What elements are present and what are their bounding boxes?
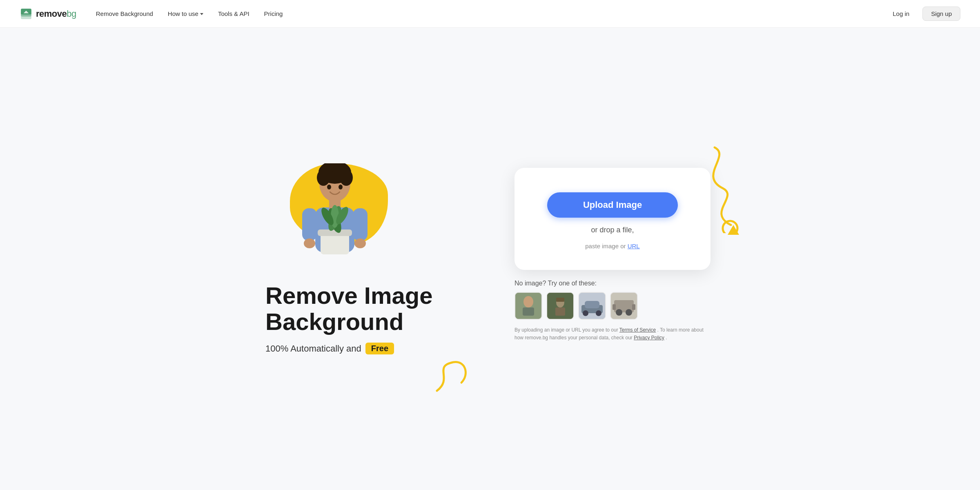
sample-image-1[interactable]	[514, 292, 542, 320]
svg-point-38	[596, 310, 601, 316]
svg-point-24	[339, 185, 343, 189]
nav-links: Remove Background How to use Tools & API…	[96, 10, 886, 17]
nav-pricing[interactable]: Pricing	[264, 10, 283, 17]
upload-image-button[interactable]: Upload Image	[547, 192, 678, 218]
sample-label: No image? Try one of these:	[514, 280, 710, 287]
nav-tools-api[interactable]: Tools & API	[218, 10, 249, 17]
squiggle-decoration-bottom-left	[429, 358, 478, 399]
hero-subtext: 100% Automatically and Free	[265, 343, 478, 354]
svg-rect-13	[353, 208, 368, 241]
svg-point-43	[616, 309, 622, 316]
logo-icon	[20, 7, 33, 20]
sample-image-4[interactable]	[610, 292, 638, 320]
how-to-use-chevron-icon	[200, 13, 203, 15]
svg-rect-32	[555, 307, 565, 316]
hero-person-image	[298, 163, 372, 270]
svg-point-44	[626, 309, 632, 316]
sample-images-row	[514, 292, 710, 320]
svg-rect-41	[612, 304, 616, 310]
hero-heading: Remove Image Background	[265, 283, 478, 335]
paste-text: paste image or URL	[585, 243, 639, 249]
svg-point-14	[304, 238, 315, 248]
nav-remove-background[interactable]: Remove Background	[96, 10, 153, 17]
url-link[interactable]: URL	[628, 243, 640, 249]
logo-text: removebg	[36, 9, 76, 19]
svg-point-23	[327, 185, 331, 189]
terms-of-service-link[interactable]: Terms of Service	[619, 327, 656, 333]
triangle-decoration	[728, 225, 739, 236]
signup-button[interactable]: Sign up	[922, 7, 960, 21]
svg-point-37	[583, 310, 588, 316]
svg-point-9	[332, 165, 345, 175]
svg-point-15	[354, 238, 366, 248]
svg-point-25	[723, 221, 737, 233]
sample-area: No image? Try one of these:	[514, 280, 710, 320]
free-badge: Free	[365, 343, 394, 354]
nav-auth: Log in Sign up	[886, 7, 960, 21]
svg-point-28	[523, 296, 533, 307]
upload-card: Upload Image or drop a file, paste image…	[514, 168, 710, 270]
sample-image-3[interactable]	[578, 292, 606, 320]
svg-marker-26	[728, 225, 739, 235]
login-button[interactable]: Log in	[886, 7, 916, 20]
drop-text: or drop a file,	[591, 226, 634, 234]
terms-text: By uploading an image or URL you agree t…	[514, 326, 710, 342]
logo-link[interactable]: removebg	[20, 7, 76, 20]
nav-how-to-use[interactable]: How to use	[168, 10, 203, 17]
navbar: removebg Remove Background How to use To…	[0, 0, 980, 28]
sample-image-2[interactable]	[546, 292, 574, 320]
hero-right: Upload Image or drop a file, paste image…	[510, 168, 715, 342]
svg-rect-42	[632, 304, 635, 310]
hero-image-area	[265, 155, 404, 270]
svg-rect-33	[556, 298, 564, 302]
hero-section: Remove Image Background 100% Automatical…	[0, 28, 980, 490]
svg-rect-12	[302, 208, 317, 241]
svg-rect-36	[585, 301, 599, 308]
hero-left: Remove Image Background 100% Automatical…	[265, 155, 478, 355]
privacy-policy-link[interactable]: Privacy Policy	[634, 335, 664, 341]
svg-rect-29	[523, 307, 534, 316]
